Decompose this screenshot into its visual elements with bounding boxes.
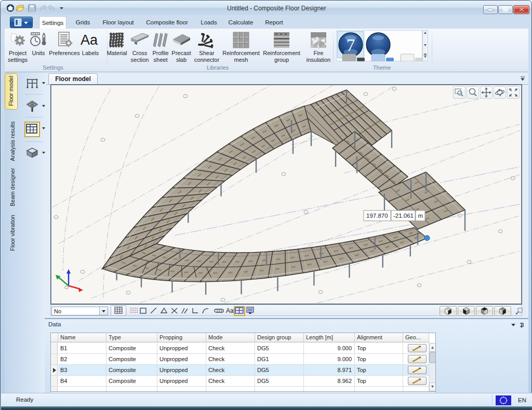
- svg-text:Aa: Aa: [81, 32, 98, 48]
- svg-text:197.870: 197.870: [366, 213, 388, 219]
- svg-text:-21.061: -21.061: [393, 213, 414, 219]
- svg-text:m: m: [418, 213, 423, 219]
- svg-text:Aa: Aa: [226, 307, 234, 314]
